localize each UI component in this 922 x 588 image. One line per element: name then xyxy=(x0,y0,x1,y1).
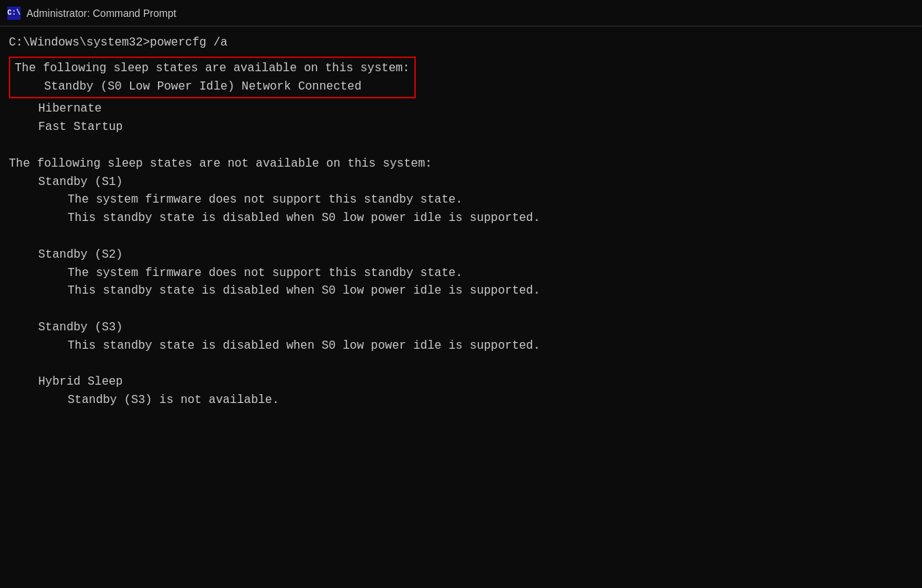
highlight-block: The following sleep states are available… xyxy=(9,57,416,99)
s2-reason1-line: The system firmware does not support thi… xyxy=(9,264,913,283)
fast-startup-line: Fast Startup xyxy=(9,118,913,137)
standby-s3-line: Standby (S3) xyxy=(9,319,913,337)
s3-reason1-line: This standby state is disabled when S0 l… xyxy=(9,337,913,355)
hybrid-sleep-line: Hybrid Sleep xyxy=(9,373,913,391)
blank-line-1 xyxy=(9,137,913,155)
window-title: Administrator: Command Prompt xyxy=(26,7,176,19)
blank-line-3 xyxy=(9,300,913,319)
terminal-body: C:\Windows\system32>powercfg /a The foll… xyxy=(0,26,922,417)
standby-s1-line: Standby (S1) xyxy=(9,173,913,192)
hibernate-line: Hibernate xyxy=(9,100,913,118)
s1-reason1-line: The system firmware does not support thi… xyxy=(9,191,913,209)
standby-s0: Standby (S0 Low Power Idle) Network Conn… xyxy=(15,78,410,96)
hybrid-reason1-line: Standby (S3) is not available. xyxy=(9,391,913,410)
standby-s2-line: Standby (S2) xyxy=(9,246,913,264)
command-line: C:\Windows\system32>powercfg /a xyxy=(9,34,913,52)
s2-reason2-line: This standby state is disabled when S0 l… xyxy=(9,282,913,300)
blank-line-4 xyxy=(9,355,913,374)
blank-line-2 xyxy=(9,228,913,246)
available-header: The following sleep states are available… xyxy=(15,59,410,78)
cmd-icon: C:\ xyxy=(7,7,21,20)
title-bar: C:\ Administrator: Command Prompt xyxy=(0,0,922,26)
not-available-header: The following sleep states are not avail… xyxy=(9,155,913,173)
s1-reason2-line: This standby state is disabled when S0 l… xyxy=(9,209,913,228)
